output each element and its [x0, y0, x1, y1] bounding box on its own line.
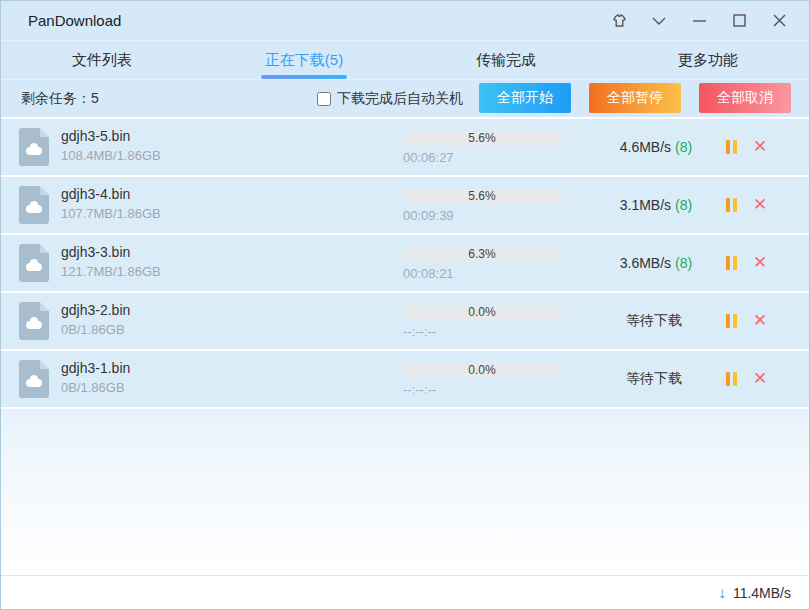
file-name: gdjh3-3.bin	[61, 244, 130, 260]
thread-count: (8)	[675, 255, 692, 271]
tab-bar: 文件列表 正在下载(5) 传输完成 更多功能	[1, 41, 809, 80]
tab-label: 正在下载(5)	[265, 51, 343, 70]
progress-percent: 6.3%	[403, 247, 561, 262]
file-cloud-icon	[19, 302, 49, 340]
cancel-icon[interactable]: ✕	[751, 196, 769, 214]
download-row[interactable]: gdjh3-2.bin 0B/1.86GB 0.0% --:--:-- 等待下载…	[1, 293, 809, 349]
titlebar-icons	[603, 7, 795, 35]
speed-value: 4.6MB/s	[620, 139, 671, 155]
pause-icon[interactable]	[725, 314, 739, 328]
tab-more-features[interactable]: 更多功能	[607, 41, 809, 79]
file-size: 0B/1.86GB	[61, 380, 125, 395]
download-row[interactable]: gdjh3-1.bin 0B/1.86GB 0.0% --:--:-- 等待下载…	[1, 351, 809, 407]
thread-count: (8)	[675, 139, 692, 155]
file-cloud-icon	[19, 128, 49, 166]
time-remaining: 00:06:27	[403, 150, 454, 165]
download-arrow-icon: ↓	[718, 584, 726, 602]
download-list: gdjh3-5.bin 108.4MB/1.86GB 5.6% 00:06:27…	[1, 117, 809, 409]
pause-icon[interactable]	[725, 372, 739, 386]
pause-icon[interactable]	[725, 198, 739, 212]
chevron-down-icon[interactable]	[643, 7, 675, 35]
time-remaining: 00:09:39	[403, 208, 454, 223]
time-remaining: --:--:--	[403, 324, 436, 339]
close-icon[interactable]	[763, 7, 795, 35]
skin-icon[interactable]	[603, 7, 635, 35]
auto-shutdown-option[interactable]: 下载完成后自动关机	[317, 90, 463, 108]
app-window: PanDownload 文件列表 正在下载(5)	[0, 0, 810, 610]
auto-shutdown-checkbox[interactable]	[317, 92, 331, 106]
file-size: 121.7MB/1.86GB	[61, 264, 161, 279]
speed-cell: 3.6MB/s (8)	[593, 235, 719, 291]
cancel-icon[interactable]: ✕	[751, 370, 769, 388]
progress-percent: 0.0%	[403, 305, 561, 320]
tab-downloading[interactable]: 正在下载(5)	[203, 41, 405, 79]
minimize-icon[interactable]	[683, 7, 715, 35]
cancel-icon[interactable]: ✕	[751, 254, 769, 272]
speed-value: 3.6MB/s	[620, 255, 671, 271]
tab-label: 传输完成	[476, 51, 536, 70]
speed-cell: 3.1MB/s (8)	[593, 177, 719, 233]
thread-count: (8)	[675, 197, 692, 213]
pause-all-button[interactable]: 全部暂停	[589, 83, 681, 113]
speed-cell: 4.6MB/s (8)	[593, 119, 719, 175]
file-cloud-icon	[19, 244, 49, 282]
time-remaining: 00:08:21	[403, 266, 454, 281]
auto-shutdown-label: 下载完成后自动关机	[337, 90, 463, 108]
speed-cell: 等待下载	[593, 351, 719, 407]
file-size: 0B/1.86GB	[61, 322, 125, 337]
file-name: gdjh3-5.bin	[61, 128, 130, 144]
tab-completed[interactable]: 传输完成	[405, 41, 607, 79]
active-tab-underline	[261, 75, 347, 79]
tab-label: 更多功能	[678, 51, 738, 70]
download-row[interactable]: gdjh3-4.bin 107.7MB/1.86GB 5.6% 00:09:39…	[1, 177, 809, 233]
tab-file-list[interactable]: 文件列表	[1, 41, 203, 79]
progress-percent: 5.6%	[403, 189, 561, 204]
speed-value: 等待下载	[626, 370, 682, 388]
progress-percent: 0.0%	[403, 363, 561, 378]
empty-area	[1, 409, 809, 575]
toolbar: 剩余任务：5 下载完成后自动关机 全部开始 全部暂停 全部取消	[1, 80, 809, 117]
cancel-all-button[interactable]: 全部取消	[699, 83, 791, 113]
maximize-icon[interactable]	[723, 7, 755, 35]
file-size: 107.7MB/1.86GB	[61, 206, 161, 221]
file-size: 108.4MB/1.86GB	[61, 148, 161, 163]
speed-value: 3.1MB/s	[620, 197, 671, 213]
file-name: gdjh3-2.bin	[61, 302, 130, 318]
download-row[interactable]: gdjh3-5.bin 108.4MB/1.86GB 5.6% 00:06:27…	[1, 119, 809, 175]
file-name: gdjh3-1.bin	[61, 360, 130, 376]
cancel-icon[interactable]: ✕	[751, 138, 769, 156]
app-title: PanDownload	[28, 12, 603, 29]
download-row[interactable]: gdjh3-3.bin 121.7MB/1.86GB 6.3% 00:08:21…	[1, 235, 809, 291]
file-cloud-icon	[19, 186, 49, 224]
title-bar: PanDownload	[1, 1, 809, 41]
pause-icon[interactable]	[725, 140, 739, 154]
remaining-tasks-label: 剩余任务：5	[21, 90, 99, 108]
file-name: gdjh3-4.bin	[61, 186, 130, 202]
progress-percent: 5.6%	[403, 131, 561, 146]
pause-icon[interactable]	[725, 256, 739, 270]
start-all-button[interactable]: 全部开始	[479, 83, 571, 113]
speed-value: 等待下载	[626, 312, 682, 330]
total-download-speed: 11.4MB/s	[733, 585, 791, 601]
cancel-icon[interactable]: ✕	[751, 312, 769, 330]
time-remaining: --:--:--	[403, 382, 436, 397]
speed-cell: 等待下载	[593, 293, 719, 349]
tab-label: 文件列表	[72, 51, 132, 70]
status-bar: ↓ 11.4MB/s	[1, 575, 809, 609]
file-cloud-icon	[19, 360, 49, 398]
